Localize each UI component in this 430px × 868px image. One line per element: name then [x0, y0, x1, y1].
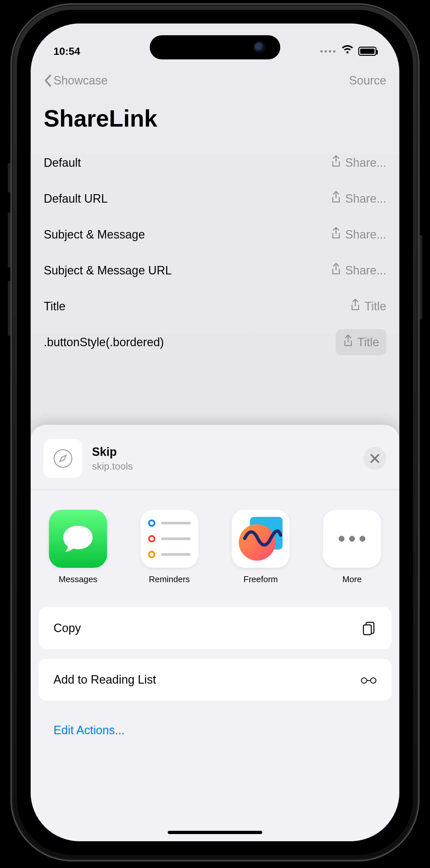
share-icon [331, 227, 341, 243]
share-button[interactable]: Share... [331, 191, 386, 207]
share-button-label: Share... [345, 264, 386, 277]
source-button[interactable]: Source [349, 74, 386, 88]
row-label: Subject & Message URL [44, 264, 172, 277]
app-label: Reminders [149, 574, 190, 584]
share-button-label: Title [357, 336, 379, 349]
copy-action[interactable]: Copy [38, 607, 392, 649]
row-label: Default URL [44, 192, 108, 206]
share-icon [331, 155, 341, 171]
row-label: Default [44, 156, 81, 170]
dynamic-island [150, 35, 280, 59]
row-label: .buttonStyle(.bordered) [44, 336, 164, 349]
share-button-label: Share... [345, 192, 386, 206]
share-app-freeform[interactable]: Freeform [223, 510, 298, 584]
action-label: Copy [54, 621, 81, 635]
share-button-label: Share... [345, 228, 386, 242]
share-button-label: Share... [345, 156, 386, 170]
messages-icon [49, 510, 107, 568]
share-sheet-header: Skip skip.tools [31, 425, 399, 490]
share-app-messages[interactable]: Messages [40, 510, 116, 584]
share-item-title: Skip [92, 445, 364, 459]
list-row: .buttonStyle(.bordered) Title [44, 324, 386, 360]
row-label: Title [44, 300, 66, 313]
share-app-more[interactable]: More [314, 510, 390, 584]
more-icon [323, 510, 381, 568]
close-button[interactable] [364, 447, 386, 470]
list-row: Title Title [44, 288, 386, 324]
copy-icon [361, 620, 376, 636]
share-button[interactable]: Share... [331, 263, 386, 279]
front-camera [254, 42, 265, 53]
list-row: Default Share... [44, 145, 386, 181]
edit-actions-button[interactable]: Edit Actions... [38, 710, 392, 750]
add-to-reading-list-action[interactable]: Add to Reading List [38, 659, 392, 701]
back-label: Showcase [54, 74, 108, 88]
share-button-bordered[interactable]: Title [336, 329, 386, 355]
share-button-label: Title [364, 300, 386, 313]
app-label: More [342, 574, 362, 584]
svg-point-0 [54, 450, 72, 467]
svg-point-2 [362, 678, 367, 683]
share-icon [331, 263, 341, 279]
edit-actions-label: Edit Actions... [54, 723, 125, 737]
glasses-icon [361, 672, 376, 687]
svg-point-3 [371, 678, 376, 683]
share-action-list: Copy Add to Reading List [31, 594, 399, 750]
close-icon [370, 454, 380, 463]
share-sheet[interactable]: Skip skip.tools Messages [31, 425, 399, 841]
freeform-icon [232, 510, 290, 568]
phone-chassis: 10:54 Showcase [10, 3, 420, 862]
share-app-reminders[interactable]: Reminders [132, 510, 207, 584]
svg-rect-1 [364, 625, 371, 635]
home-indicator[interactable] [168, 831, 262, 834]
action-label: Add to Reading List [54, 673, 156, 687]
share-icon [331, 191, 341, 207]
share-icon [350, 299, 361, 315]
chevron-left-icon [44, 74, 52, 87]
list-row: Default URL Share... [44, 181, 386, 217]
share-button[interactable]: Share... [331, 227, 386, 243]
list-row: Subject & Message URL Share... [44, 253, 386, 288]
page-title: ShareLink [44, 105, 386, 132]
share-icon [343, 335, 353, 350]
share-button[interactable]: Share... [331, 155, 386, 171]
back-button[interactable]: Showcase [44, 74, 108, 88]
share-button[interactable]: Title [350, 299, 386, 315]
share-app-row[interactable]: Messages Reminders [31, 490, 399, 594]
app-label: Freeform [243, 574, 278, 584]
compass-icon [53, 448, 73, 469]
share-item-subtitle: skip.tools [92, 461, 364, 472]
screen: 10:54 Showcase [31, 24, 399, 841]
list-row: Subject & Message Share... [44, 217, 386, 253]
app-label: Messages [59, 574, 97, 584]
link-thumbnail [44, 439, 82, 478]
reminders-icon [140, 510, 198, 568]
row-label: Subject & Message [44, 228, 145, 242]
